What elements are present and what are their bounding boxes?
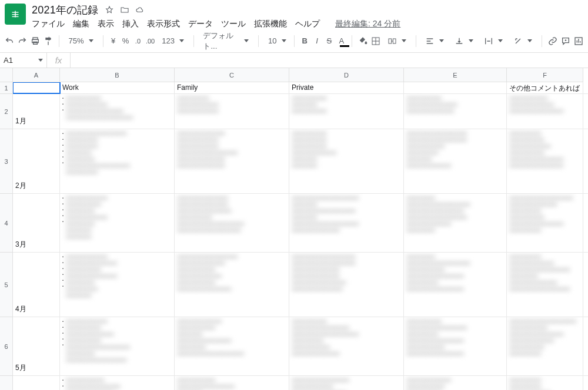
row-header[interactable]: 7	[0, 376, 13, 390]
cell[interactable]: ■■■■■■■■■■■■■■■■■■■■■■■■■■■■■■■■■■■■■■■■…	[404, 129, 507, 193]
cell[interactable]: ■■■■■■■■■■■■■■■■■■■■■■■■■■■■■■■■■■■■■■■■…	[175, 376, 289, 390]
cell[interactable]	[13, 82, 60, 93]
cell[interactable]: ■■■■■■■■■■■■■■■■■■■■■■■■■■■■■■■■■■■■■■■■…	[507, 129, 583, 193]
cell[interactable]: ■■■■■■■■■■■■■■■■■■■■■■■■■■■■■■■■■■■■■■■■…	[175, 253, 289, 317]
cell[interactable]: ■■■■■■■■■■■■■■■■■■■■■■■■■■■■■■	[289, 94, 404, 129]
cell[interactable]: ■■■■■■■■■■■■■■■■■■■■■■■■■■■■■■■■■■■■■■■■…	[289, 317, 404, 375]
col-header-d[interactable]: D	[289, 68, 404, 82]
cell[interactable]: ■■■■■■■■■■■■■■■■■■■■■■■■■■■■■■■■■■■■■■■■…	[507, 317, 583, 375]
valign-button[interactable]	[451, 36, 477, 46]
cell[interactable]: ■■■■■■■■■■■■■■■■■■■■■■■■■■■■■■■■■■■■■■■■…	[289, 376, 404, 390]
col-header-b[interactable]: B	[60, 68, 175, 82]
cell[interactable]: ■■■■■■■■■■■■■■■■■■■■■■■■■■■■■■■■■■■■■■■■…	[404, 317, 507, 375]
cell[interactable]: ■■■■■■■■■■■■■■■■■■■■■■■■■■■■■■■■■■■■■■■■…	[404, 194, 507, 252]
cell[interactable]: ■■■■■■■■■■■■■■■■■■■■■■■■■■■■■■■■■■■■■■■■…	[507, 253, 583, 317]
col-header-f[interactable]: F	[507, 68, 583, 82]
cell[interactable]: Private	[289, 82, 404, 93]
decrease-decimal-button[interactable]: .0	[133, 33, 142, 49]
increase-decimal-button[interactable]: .00	[146, 33, 155, 49]
star-icon[interactable]	[105, 5, 114, 15]
formula-input[interactable]	[71, 53, 588, 68]
cell[interactable]: ■■■■■■■■■■■■■■■■■■■■■■■■■■■■■■■■■■■■■■■■…	[404, 94, 507, 129]
cell[interactable]: 1月	[13, 94, 60, 129]
cell[interactable]	[404, 82, 507, 93]
row-header[interactable]: 3	[0, 129, 13, 194]
cell[interactable]: ••••••■■■■■■■■■■■■■■■■■■■■■■■■■■■■■■■■■■…	[60, 253, 175, 317]
col-header-e[interactable]: E	[404, 68, 507, 82]
cell[interactable]: •••■■■■■■■■■■■■■■■■■■■■■■■■■■■■■■■■■■■■■…	[60, 376, 175, 390]
halign-button[interactable]	[422, 36, 447, 46]
cell[interactable]: ••••••■■■■■■■■■■■■■■■■■■■■■■■■■■■■■■■■■■…	[60, 129, 175, 193]
cell[interactable]: ■■■■■■■■■■■■■■■■■■■■■■■■■■■■■■■■■■■■■■■■…	[507, 194, 583, 252]
comment-button[interactable]	[561, 33, 570, 49]
cell[interactable]: •••••■■■■■■■■■■■■■■■■■■■■■■■■■■■■■■■■■■■…	[60, 317, 175, 375]
cells-area[interactable]: WorkFamilyPrivateその他コメントあれば1月•••■■■■■■■■…	[13, 82, 588, 390]
merge-button[interactable]	[384, 36, 410, 46]
row-header[interactable]: 5	[0, 253, 13, 317]
menu-insert[interactable]: 挿入	[122, 19, 139, 29]
cell[interactable]: Family	[175, 82, 289, 93]
cell[interactable]: 4月	[13, 253, 60, 317]
move-icon[interactable]	[120, 5, 129, 15]
select-all-corner[interactable]	[0, 68, 13, 82]
text-color-button[interactable]: A	[337, 33, 346, 49]
cell[interactable]: ■■■■■■■■■■■■■■■■■■■■■■■■■■■■■■■■■■■■■■■■…	[175, 129, 289, 193]
row-header[interactable]: 2	[0, 94, 13, 129]
cell[interactable]: ■■■■■■■■■■■■■■■■■■■■■■■■■■■■■■■■■■■■■■■■…	[175, 317, 289, 375]
col-header-a[interactable]: A	[13, 68, 60, 82]
col-header-c[interactable]: C	[175, 68, 289, 82]
paint-format-button[interactable]	[44, 33, 53, 49]
menu-tools[interactable]: ツール	[221, 19, 246, 29]
rotate-button[interactable]	[510, 36, 536, 46]
menu-help[interactable]: ヘルプ	[295, 19, 320, 29]
row-header[interactable]: 1	[0, 82, 13, 94]
row-header[interactable]: 4	[0, 194, 13, 253]
cell[interactable]: ■■■■■■■■■■■■■■■■■■■■■■■■■■■■■■■■■■■■■■■■…	[507, 94, 583, 129]
menu-data[interactable]: データ	[188, 19, 213, 29]
fill-color-button[interactable]	[358, 33, 368, 49]
borders-button[interactable]	[371, 33, 380, 49]
undo-button[interactable]	[5, 33, 14, 49]
cell[interactable]: •••■■■■■■■■■■■■■■■■■■■■■■■■■■■■■■■■■■■■■…	[60, 94, 175, 129]
strike-button[interactable]: S	[325, 33, 333, 49]
row-header[interactable]: 6	[0, 317, 13, 376]
font-select[interactable]: デフォルト...	[199, 31, 252, 52]
cell[interactable]: ■■■■■■■■■■■■■■■■■■■■■■■■■■■■■■■■■■■■■■■■…	[507, 376, 583, 390]
chart-button[interactable]	[574, 33, 583, 49]
cell[interactable]: ■■■■■■■■■■■■■■■■■■■■■■■■■■■■■■■■■■■■■■■■…	[289, 253, 404, 317]
cell[interactable]: 2月	[13, 129, 60, 193]
link-button[interactable]	[548, 33, 557, 49]
cell[interactable]: ■■■■■■■■■■■■■■■■■■■■■■■■■■■■■■■■■■■■■■■■…	[404, 376, 507, 390]
doc-title[interactable]: 2021年の記録	[32, 3, 99, 17]
zoom-select[interactable]: 75%	[65, 36, 97, 45]
name-box[interactable]: A1	[0, 53, 47, 68]
redo-button[interactable]	[18, 33, 27, 49]
cell[interactable]: ■■■■■■■■■■■■■■■■■■■■■■■■■■■■■■■■■■■■■■■■…	[175, 194, 289, 252]
cell[interactable]: ■■■■■■■■■■■■■■■■■■■■■■■■■■■■■■■■■■■■■■■■…	[289, 194, 404, 252]
print-button[interactable]	[31, 33, 40, 49]
cell[interactable]: ■■■■■■■■■■■■■■■■■■■■■■■■■■■■■■■■■■■■	[175, 94, 289, 129]
cloud-icon[interactable]	[135, 5, 145, 15]
menu-file[interactable]: ファイル	[32, 19, 65, 29]
percent-button[interactable]: %	[121, 33, 130, 49]
menu-extensions[interactable]: 拡張機能	[254, 19, 287, 29]
cell[interactable]: 5月	[13, 317, 60, 375]
font-size-select[interactable]: 10	[265, 36, 288, 45]
last-edit[interactable]: 最終編集: 24 分前	[335, 19, 400, 29]
cell[interactable]: Work	[60, 82, 175, 93]
menu-view[interactable]: 表示	[98, 19, 114, 29]
cell[interactable]: その他コメントあれば	[507, 82, 583, 93]
cell[interactable]: ■■■■■■■■■■■■■■■■■■■■■■■■■■■■■■■■■■■■■■■■…	[404, 253, 507, 317]
bold-button[interactable]: B	[300, 33, 309, 49]
cell[interactable]: ■■■■■■■■■■■■■■■■■■■■■■■■■■■■■■■■■■■■■■■■…	[289, 129, 404, 193]
wrap-button[interactable]	[480, 36, 506, 46]
italic-button[interactable]: I	[313, 33, 322, 49]
cell[interactable]: 6月	[13, 376, 60, 390]
cell[interactable]: 3月	[13, 194, 60, 252]
number-format-select[interactable]: 123	[158, 36, 188, 45]
menu-edit[interactable]: 編集	[73, 19, 89, 29]
cell[interactable]: •••••■■■■■■■■■■■■■■■■■■■■■■■■■■■■■■■■■■■…	[60, 194, 175, 252]
menu-format[interactable]: 表示形式	[147, 19, 180, 29]
currency-button[interactable]: ¥	[109, 33, 118, 49]
spreadsheet-grid[interactable]: A B C D E F 12345678 WorkFamilyPrivateその…	[0, 68, 588, 390]
